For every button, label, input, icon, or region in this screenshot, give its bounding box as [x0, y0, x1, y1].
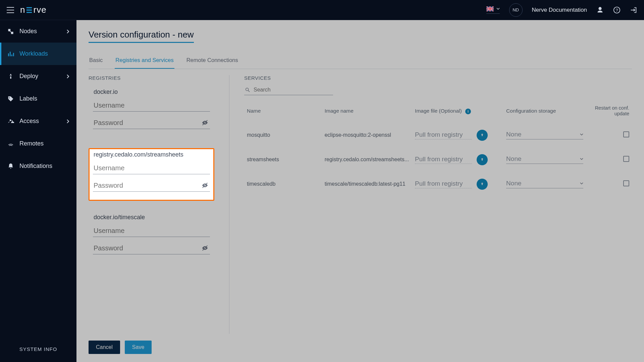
storage-select[interactable]: None	[506, 131, 583, 139]
col-image: Image name	[322, 102, 412, 123]
registry-password-input[interactable]	[93, 116, 210, 129]
flag-uk-icon	[486, 6, 494, 11]
cell-image: eclipse-mosquitto:2-openssl	[322, 123, 412, 147]
table-row: mosquitto eclipse-mosquitto:2-openssl Pu…	[244, 123, 632, 147]
documentation-link[interactable]: Nerve Documentation	[532, 7, 587, 13]
tab-remote-connections[interactable]: Remote Connections	[186, 54, 239, 69]
registry-host: docker.io	[93, 88, 210, 96]
tab-registries-services[interactable]: Registries and Services	[115, 54, 174, 69]
registry-password-input[interactable]	[93, 179, 210, 192]
user-avatar[interactable]: ND	[509, 3, 523, 17]
pull-from-registry[interactable]: Pull from registry	[415, 131, 472, 139]
labels-icon	[7, 96, 14, 102]
restart-checkbox[interactable]	[623, 131, 629, 137]
svg-point-6	[246, 88, 249, 91]
info-icon[interactable]: i	[465, 109, 471, 114]
sidebar-item-label: Nodes	[19, 28, 37, 35]
services-table: Name Image name Image file (Optional) i …	[244, 102, 632, 196]
visibility-toggle-icon[interactable]	[201, 244, 209, 252]
registry-block: docker.io/timescale	[89, 211, 214, 263]
col-name: Name	[244, 102, 322, 123]
save-button[interactable]: Save	[125, 341, 152, 354]
chevron-down-icon	[580, 158, 583, 160]
product-logo: n rve	[20, 5, 47, 15]
chevron-right-icon	[66, 119, 69, 123]
logout-icon[interactable]	[630, 6, 637, 14]
cell-image: timescale/timescaledb:latest-pg11	[322, 172, 412, 196]
chevron-right-icon	[66, 74, 69, 78]
registry-block: docker.io	[89, 85, 214, 138]
pull-from-registry[interactable]: Pull from registry	[415, 180, 472, 188]
registry-username-input[interactable]	[93, 162, 210, 174]
registry-username-input[interactable]	[93, 99, 210, 112]
svg-line-7	[248, 90, 250, 92]
nodes-icon	[7, 28, 14, 35]
tab-basic[interactable]: Basic	[89, 54, 103, 69]
registry-username-input[interactable]	[93, 224, 210, 237]
page-title: Version configuration - new	[89, 29, 194, 43]
chevron-right-icon	[66, 29, 69, 34]
pull-from-registry[interactable]: Pull from registry	[415, 156, 472, 164]
sidebar: Nodes Workloads Deploy Labels Access Rem…	[0, 20, 76, 362]
table-row: streamsheets registry.cedalo.com/streams…	[244, 147, 632, 172]
form-actions: Cancel Save	[89, 341, 152, 354]
services-search[interactable]	[244, 85, 333, 95]
registries-panel: REGISTRIES docker.io registry.cedalo.com	[89, 75, 229, 334]
menu-toggle-icon[interactable]	[7, 7, 14, 13]
tab-bar: Basic Registries and Services Remote Con…	[89, 54, 632, 69]
account-icon[interactable]	[596, 6, 604, 14]
chevron-down-icon	[496, 8, 500, 10]
search-input[interactable]	[254, 87, 332, 93]
registry-block-highlighted: registry.cedalo.com/streamsheets	[89, 148, 214, 201]
registry-host: registry.cedalo.com/streamsheets	[93, 151, 210, 158]
cancel-button[interactable]: Cancel	[89, 341, 120, 354]
col-restart: Restart on conf. update	[591, 102, 632, 123]
top-bar: n rve ND Nerve Documentation ?	[0, 0, 644, 20]
language-selector[interactable]	[486, 6, 500, 14]
sidebar-item-access[interactable]: Access	[0, 110, 76, 132]
svg-text:?: ?	[615, 7, 618, 12]
sidebar-item-label: Deploy	[19, 73, 38, 80]
upload-icon[interactable]	[477, 130, 488, 141]
chevron-down-icon	[580, 182, 583, 184]
sidebar-item-nodes[interactable]: Nodes	[0, 20, 76, 43]
deploy-icon	[7, 73, 14, 80]
restart-checkbox[interactable]	[623, 156, 629, 162]
cell-name: timescaledb	[244, 172, 322, 196]
registry-password-input[interactable]	[93, 242, 210, 254]
sidebar-item-label: Labels	[19, 95, 37, 102]
sidebar-item-workloads[interactable]: Workloads	[0, 43, 76, 65]
visibility-toggle-icon[interactable]	[201, 182, 209, 189]
table-row: timescaledb timescale/timescaledb:latest…	[244, 172, 632, 196]
upload-icon[interactable]	[477, 179, 488, 190]
registries-heading: REGISTRIES	[89, 75, 214, 81]
storage-select[interactable]: None	[506, 180, 583, 188]
col-storage: Configuration storage	[503, 102, 591, 123]
main-content: Version configuration - new Basic Regist…	[76, 20, 644, 362]
col-file: Image file (Optional) i	[412, 102, 503, 123]
bell-icon	[7, 163, 14, 170]
cell-name: mosquitto	[244, 123, 322, 147]
access-icon	[7, 118, 14, 125]
registry-host: docker.io/timescale	[93, 214, 210, 221]
sidebar-item-label: Remotes	[19, 140, 44, 147]
system-info-link[interactable]: SYSTEM INFO	[0, 336, 76, 362]
sidebar-item-label: Access	[19, 118, 39, 125]
sidebar-item-label: Workloads	[19, 50, 48, 57]
services-panel: SERVICES Name Image name Image file (Opt…	[229, 75, 632, 334]
chevron-down-icon	[580, 133, 583, 135]
sidebar-item-label: Notifications	[19, 163, 52, 170]
cell-image: registry.cedalo.com/streamsheets...	[322, 147, 412, 172]
sidebar-item-labels[interactable]: Labels	[0, 87, 76, 110]
help-icon[interactable]: ?	[613, 6, 621, 14]
sidebar-item-remotes[interactable]: Remotes	[0, 132, 76, 155]
workloads-icon	[7, 51, 14, 57]
upload-icon[interactable]	[477, 154, 488, 165]
storage-select[interactable]: None	[506, 155, 583, 164]
restart-checkbox[interactable]	[623, 180, 629, 186]
sidebar-item-deploy[interactable]: Deploy	[0, 65, 76, 87]
services-heading: SERVICES	[244, 75, 632, 81]
logo-mark-icon	[26, 6, 33, 14]
sidebar-item-notifications[interactable]: Notifications	[0, 155, 76, 177]
visibility-toggle-icon[interactable]	[201, 119, 209, 126]
